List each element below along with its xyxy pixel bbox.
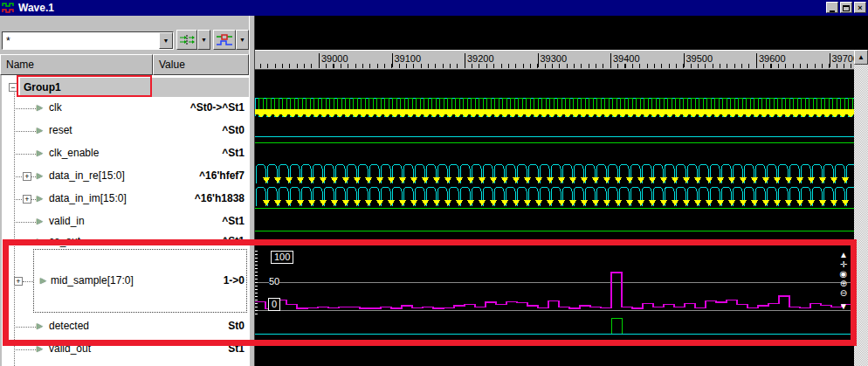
signal-value: ^St1 [222, 235, 245, 247]
tree-connector [14, 131, 36, 132]
signal-value: ^St1 [222, 147, 245, 159]
analog-zoom-in-icon[interactable]: ⊕ [840, 279, 847, 288]
signal-name[interactable]: data_in_im[15:0] [49, 192, 127, 204]
maximize-icon [843, 5, 850, 11]
tree-connector [14, 349, 36, 350]
analog-zoom-out-icon[interactable]: ⊖ [840, 288, 847, 298]
goto-transition-button[interactable] [176, 30, 197, 50]
wave-detected-pulse [611, 318, 622, 334]
close-button[interactable]: × [854, 2, 866, 13]
analog-pan-up-icon[interactable]: ▲ [839, 250, 848, 259]
signal-name[interactable]: mid_sample[17:0] [51, 274, 134, 287]
toolbar: ▼ ▼ [0, 16, 249, 54]
signal-row-clk-enable[interactable]: ▶clk_enable^St1 [0, 142, 249, 165]
signal-name[interactable]: valid_out [49, 342, 91, 355]
group-label: Group1 [24, 81, 61, 93]
scrollbar-track[interactable] [854, 65, 868, 366]
tree-connector [14, 154, 36, 155]
analog-scale-0: 0 [268, 298, 280, 311]
signal-row-data-in-im150[interactable]: +▶data_in_im[15:0]^16'h1838 [0, 188, 249, 211]
filter-dropdown-arrow-icon[interactable]: ▼ [159, 32, 173, 49]
analog-controls: ▲✛◉⊕⊖▼ [839, 250, 848, 311]
maximize-button[interactable] [840, 2, 852, 13]
expand-plus-box[interactable]: + [23, 172, 31, 181]
signal-display-dropdown-icon[interactable]: ▼ [236, 30, 249, 50]
timeline-tick-label: 39600 [756, 53, 786, 67]
tree-connector [14, 108, 36, 109]
wave-window-icon [2, 2, 16, 14]
scroll-up-button[interactable]: ▲ [854, 50, 868, 65]
wave-data-in-re-markers [263, 177, 849, 183]
vertical-scrollbar: ▲ [854, 16, 868, 366]
signal-row-data-in-re150[interactable]: +▶data_in_re[15:0]^16'hfef7 [0, 165, 249, 188]
signal-port-icon: ▶ [37, 237, 43, 245]
signal-display-icon [216, 34, 233, 46]
expand-plus-box[interactable]: + [23, 195, 31, 204]
timeline-tick-label: 39300 [538, 53, 568, 67]
signal-value: ^16'hfef7 [199, 169, 245, 182]
signal-name[interactable]: detected [49, 320, 89, 332]
signal-name[interactable]: clk [49, 101, 62, 114]
timeline-ruler[interactable]: 3900039100392003930039400395003960039700 [255, 50, 854, 70]
signal-name[interactable]: data_in_re[15:0] [49, 169, 125, 182]
signal-panel: ▼ ▼ [0, 16, 249, 366]
waveform-panel: 3900039100392003930039400395003960039700… [255, 16, 854, 366]
goto-transition-dropdown-icon[interactable]: ▼ [197, 30, 210, 50]
analog-move-icon[interactable]: ✛ [840, 259, 847, 269]
signal-port-icon: ▶ [37, 194, 43, 203]
signal-port-icon: ▶ [37, 148, 43, 157]
tree-connector [14, 327, 36, 328]
wave-data-in-im-markers [263, 200, 849, 206]
signal-port-icon: ▶ [37, 126, 43, 135]
name-column-header[interactable]: Name [0, 54, 153, 75]
title-bar: Wave.1 × [0, 0, 868, 16]
timeline-tick-label: 39100 [392, 53, 422, 67]
signal-value: ^St1 [222, 215, 245, 227]
group-collapse-box[interactable]: − [9, 83, 17, 92]
analog-scale-50: 50 [269, 276, 279, 287]
signal-filter-input[interactable] [3, 32, 159, 49]
timeline-tick-label: 39200 [465, 53, 494, 67]
signal-port-icon: ▶ [37, 344, 43, 353]
analog-zoom-full-icon[interactable]: ◉ [840, 269, 848, 279]
signal-value: ^St0->^St1 [190, 101, 245, 114]
timeline-tick-label: 39000 [319, 53, 348, 67]
goto-transition-icon [179, 34, 195, 46]
analog-pan-down-icon[interactable]: ▼ [839, 301, 848, 311]
window-title: Wave.1 [18, 2, 54, 14]
signal-value: ^16'h1838 [195, 192, 245, 204]
signal-row-valid-out[interactable]: ▶valid_outSt1 [0, 338, 249, 361]
signal-name[interactable]: ce_out [49, 235, 80, 247]
signal-value: St1 [228, 342, 245, 355]
expand-plus-box[interactable]: + [14, 277, 23, 286]
signal-name[interactable]: clk_enable [49, 147, 99, 159]
minimize-button[interactable] [826, 2, 838, 13]
timeline-tick-label: 39700 [830, 53, 855, 67]
signal-port-icon: ▶ [37, 103, 43, 112]
signal-row-mid-sample170[interactable]: +▶mid_sample[17:0]1->0 [0, 247, 249, 315]
signal-filter-combo: ▼ [2, 31, 174, 50]
panel-splitter[interactable] [249, 16, 255, 366]
value-column-header[interactable]: Value [153, 54, 249, 75]
scrollbar-top-spacer [854, 16, 868, 50]
signal-port-icon: ▶ [37, 217, 43, 225]
timeline-tick-label: 39500 [684, 53, 713, 67]
timeline-tick-label: 39400 [610, 53, 640, 67]
signal-port-icon: ▶ [37, 171, 43, 180]
signal-row-reset[interactable]: ▶reset^St0 [0, 120, 249, 142]
signal-name[interactable]: reset [49, 124, 72, 136]
tree-connector [14, 222, 36, 223]
signal-port-icon: ▶ [37, 321, 43, 330]
analog-scale-100: 100 [271, 251, 293, 264]
signal-row-clk[interactable]: ▶clk^St0->^St1 [0, 97, 249, 120]
tree-connector [14, 242, 36, 243]
signal-display-button[interactable] [213, 30, 236, 50]
signal-value: 1->0 [224, 274, 245, 287]
signal-name[interactable]: valid_in [49, 215, 85, 227]
signal-row-detected[interactable]: ▶detectedSt0 [0, 315, 249, 338]
tree-connector [31, 176, 36, 177]
tree-connector [31, 199, 36, 200]
tree-connector [23, 281, 33, 282]
signal-row-valid-in[interactable]: ▶valid_in^St1 [0, 211, 249, 233]
wave-clk-yellow-marks [258, 114, 853, 118]
